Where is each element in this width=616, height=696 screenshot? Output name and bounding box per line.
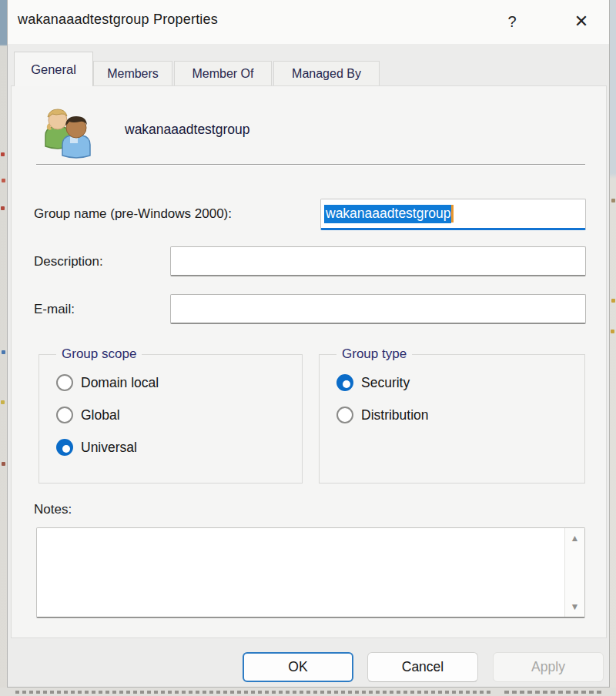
background-speck bbox=[611, 299, 615, 303]
cancel-button-label: Cancel bbox=[402, 659, 444, 675]
radio-universal[interactable]: Universal bbox=[56, 439, 137, 456]
email-label: E-mail: bbox=[34, 302, 75, 317]
email-input[interactable] bbox=[170, 294, 586, 324]
apply-button[interactable]: Apply bbox=[493, 652, 604, 682]
description-label: Description: bbox=[34, 254, 103, 269]
notes-scrollbar[interactable]: ▲ ▼ bbox=[564, 528, 584, 617]
radio-label: Distribution bbox=[361, 407, 429, 423]
notes-value bbox=[37, 528, 584, 617]
description-input[interactable] bbox=[170, 246, 586, 276]
tab-label: Member Of bbox=[192, 67, 253, 81]
radio-icon bbox=[336, 374, 353, 391]
radio-label: Security bbox=[361, 375, 410, 391]
group-users-icon bbox=[35, 105, 93, 162]
tab-label: Members bbox=[107, 67, 159, 81]
tab-members[interactable]: Members bbox=[93, 61, 172, 85]
close-icon: ✕ bbox=[574, 12, 588, 32]
background-speck bbox=[1, 206, 5, 210]
background-window-sliver-left bbox=[0, 0, 7, 696]
radio-domain-local[interactable]: Domain local bbox=[56, 374, 159, 391]
radio-security[interactable]: Security bbox=[336, 374, 410, 391]
radio-global[interactable]: Global bbox=[56, 407, 120, 423]
cancel-button[interactable]: Cancel bbox=[367, 652, 478, 682]
background-speck bbox=[2, 179, 5, 182]
properties-dialog: wakanaaadtestgroup Properties ? ✕ Genera… bbox=[7, 0, 610, 688]
selected-text: wakanaaadtestgroup bbox=[324, 205, 451, 223]
email-value bbox=[171, 295, 585, 323]
tab-page-general: wakanaaadtestgroup Group name (pre-Windo… bbox=[11, 85, 607, 638]
notes-textarea[interactable]: ▲ ▼ bbox=[36, 527, 585, 618]
radio-icon bbox=[336, 407, 353, 423]
pre-windows-name-label: Group name (pre-Windows 2000): bbox=[34, 206, 232, 222]
pre-windows-name-input[interactable]: wakanaaadtestgroup bbox=[320, 199, 586, 230]
tab-member-of[interactable]: Member Of bbox=[174, 61, 272, 85]
divider bbox=[36, 164, 585, 166]
tab-label: General bbox=[31, 62, 76, 77]
notes-label: Notes: bbox=[34, 502, 72, 517]
background-speck bbox=[2, 350, 5, 354]
radio-icon bbox=[56, 439, 73, 456]
help-button[interactable]: ? bbox=[497, 7, 527, 36]
tab-managed-by[interactable]: Managed By bbox=[273, 61, 380, 85]
ok-button[interactable]: OK bbox=[243, 652, 353, 682]
description-value bbox=[171, 247, 585, 275]
group-type-fieldset: Group type Security Distribution bbox=[319, 354, 585, 484]
background-speck bbox=[611, 330, 614, 333]
help-icon: ? bbox=[507, 13, 516, 31]
group-scope-fieldset: Group scope Domain local Global Universa… bbox=[38, 354, 303, 484]
background-speck bbox=[1, 152, 5, 156]
scroll-up-icon[interactable]: ▲ bbox=[571, 534, 580, 543]
group-type-legend: Group type bbox=[336, 346, 412, 362]
titlebar: wakanaaadtestgroup Properties ? ✕ bbox=[8, 0, 609, 44]
background-speck bbox=[611, 199, 615, 202]
background-speck bbox=[2, 462, 5, 466]
background-speck bbox=[1, 400, 5, 404]
group-scope-legend: Group scope bbox=[56, 346, 142, 362]
radio-label: Universal bbox=[81, 440, 137, 456]
screen-artifact-strip bbox=[0, 688, 616, 696]
close-button[interactable]: ✕ bbox=[567, 7, 596, 36]
radio-icon bbox=[56, 407, 73, 423]
radio-distribution[interactable]: Distribution bbox=[336, 407, 429, 423]
radio-label: Global bbox=[81, 407, 120, 423]
tab-label: Managed By bbox=[292, 67, 361, 81]
text-caret bbox=[451, 205, 454, 223]
dialog-title: wakanaaadtestgroup Properties bbox=[18, 12, 218, 28]
ok-button-label: OK bbox=[288, 659, 307, 675]
background-window-sliver-right bbox=[610, 0, 616, 696]
scroll-down-icon[interactable]: ▼ bbox=[571, 602, 580, 611]
screen: wakanaaadtestgroup Properties ? ✕ Genera… bbox=[0, 0, 616, 696]
tab-general[interactable]: General bbox=[14, 52, 93, 86]
radio-icon bbox=[56, 374, 73, 391]
radio-label: Domain local bbox=[81, 375, 159, 391]
apply-button-label: Apply bbox=[531, 659, 565, 675]
group-name-text: wakanaaadtestgroup bbox=[125, 122, 249, 138]
